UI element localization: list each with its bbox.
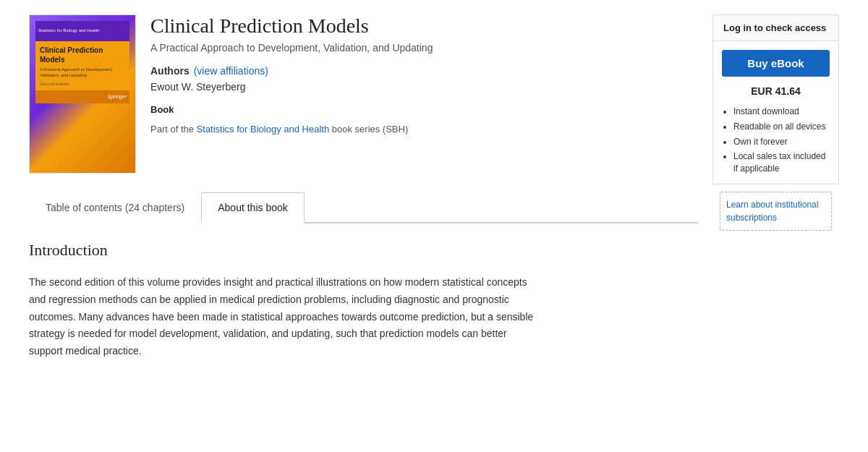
series-link[interactable]: Statistics for Biology and Health	[197, 124, 330, 135]
intro-heading: Introduction	[29, 241, 535, 260]
tab-about-this-book[interactable]: About this book	[201, 192, 305, 223]
feature-tax: Local sales tax included if applicable	[733, 150, 828, 175]
sidebar-box: Log in to check access Buy eBook EUR 41.…	[712, 14, 839, 184]
cover-title-text: Clinical Prediction Models	[40, 46, 125, 64]
feature-own-forever: Own it forever	[733, 136, 828, 148]
cover-top-band: Statistics for Biology and Health	[35, 21, 129, 41]
authors-line: Authors (view affiliations)	[150, 65, 698, 77]
institutional-subscriptions-link[interactable]: Learn about institutional subscriptions	[726, 200, 818, 223]
series-suffix: book series (SBH)	[332, 124, 408, 135]
series-prefix: Part of the	[150, 124, 194, 135]
feature-readable: Readable on all devices	[733, 121, 828, 133]
features-list: Instant download Readable on all devices…	[713, 106, 838, 175]
sidebar-header: Log in to check access	[713, 15, 838, 41]
tab-table-of-contents[interactable]: Table of contents (24 chapters)	[29, 192, 201, 223]
book-info: Clinical Prediction Models A Practical A…	[150, 14, 698, 174]
view-affiliations-link[interactable]: (view affiliations)	[194, 65, 268, 77]
series-line: Part of the Statistics for Biology and H…	[150, 124, 698, 135]
sidebar: Log in to check access Buy eBook EUR 41.…	[712, 14, 839, 378]
intro-text: The second edition of this volume provid…	[29, 274, 535, 360]
cover-yellow-section: Clinical Prediction Models A Practical A…	[35, 41, 129, 90]
feature-instant-download: Instant download	[733, 106, 828, 118]
page-layout: Statistics for Biology and Health Clinic…	[0, 0, 868, 392]
cover-edition-text: Second Edition	[40, 82, 125, 86]
cover-bottom: Springer	[35, 90, 129, 103]
book-cover-inner: Statistics for Biology and Health Clinic…	[35, 21, 129, 167]
springer-logo: Springer	[108, 94, 127, 99]
author-name: Ewout W. Steyerberg	[150, 81, 698, 93]
content-section: Introduction The second edition of this …	[29, 223, 535, 378]
institutional-link-box: Learn about institutional subscriptions	[720, 192, 832, 231]
book-subtitle: A Practical Approach to Development, Val…	[150, 42, 698, 54]
price-label: EUR 41.64	[713, 85, 838, 97]
buy-ebook-button[interactable]: Buy eBook	[722, 50, 830, 77]
book-type-label: Book	[150, 104, 698, 115]
cover-series-text: Statistics for Biology and Health	[38, 28, 100, 33]
book-title: Clinical Prediction Models	[150, 14, 698, 38]
book-header: Statistics for Biology and Health Clinic…	[29, 14, 698, 174]
book-cover: Statistics for Biology and Health Clinic…	[29, 14, 136, 174]
cover-subtitle-text: A Practical Approach to Development, Val…	[40, 67, 125, 79]
authors-label: Authors	[150, 65, 190, 77]
main-content: Statistics for Biology and Health Clinic…	[29, 14, 698, 378]
tabs-container: Table of contents (24 chapters) About th…	[29, 191, 698, 223]
